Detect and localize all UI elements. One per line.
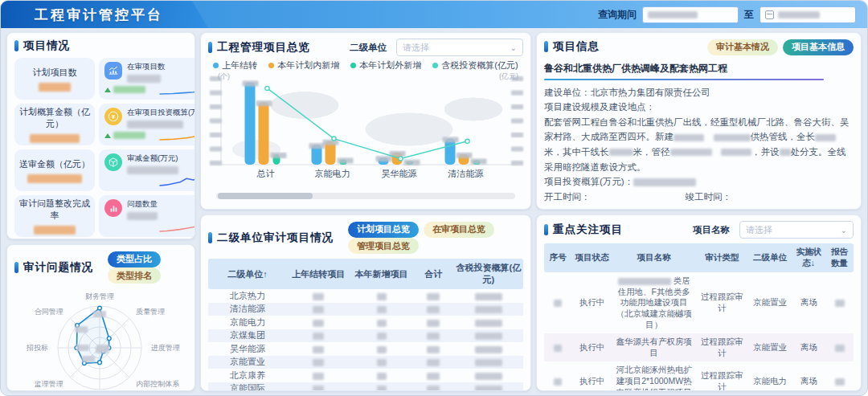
tab[interactable]: 管理项目总览 [348,238,419,254]
app-title: 工程审计管控平台 [35,6,163,24]
panel-marker [14,40,18,51]
table-row[interactable]: 执行中 类居住用地、F其他类多功能用地建设项目（北京城建京能樾项目） 过程跟踪审… [544,272,854,333]
column-header[interactable]: 本年新增项目 [350,265,412,284]
unit-filter-select[interactable]: 请选择⌄ [396,39,523,56]
y-left-unit-label: (个) [218,71,230,82]
project-status-cell: 执行中 [572,339,612,357]
svg-text:总计: 总计 [256,169,275,178]
project-status-cell: 执行中 [572,294,612,312]
column-header[interactable]: 审计类型 [696,249,748,267]
table-row[interactable]: 北京康养 [208,369,523,382]
project-name-filter-select[interactable]: 请选择⌄ [739,221,854,239]
column-header[interactable]: 项目状态 [572,249,612,267]
table-row[interactable]: 执行中 河北京能涿州热电扩建项目2*1000MW热电联产机组工程项目 过程跟踪审… [544,361,854,391]
panel-marker [14,262,18,273]
overview-bar-chart: 总计京能电力昊华能源清洁能源 [208,73,525,187]
column-header[interactable]: 含税投资概算(亿元) [454,259,523,289]
impl-status-cell: 离场 [792,294,825,312]
overview-chart-area: (个) (亿元) 总计京能电力昊华能源清洁能源 [208,73,523,190]
stat-card-in-audit-projects: 在审项目数 [99,58,195,100]
scale-label: 项目建设规模及建设地点： [544,100,854,115]
column-header[interactable]: 实施状态↓ [792,243,825,272]
unit-cell: 京能电力 [748,373,792,390]
table-row[interactable]: 昊华能源 [208,342,523,356]
cube-icon [104,153,122,171]
stat-card-planned-budget: 计划概算金额（亿元） [14,104,95,145]
query-period-bar: 查询期间 至 [598,6,867,23]
legend-dot-icon [213,63,219,68]
budget-line: 项目投资概算(万元)： [544,174,854,190]
yen-icon: ¥ [104,108,122,125]
project-status-panel: 项目情况 计划项目数 在审项目数 [6,32,195,239]
project-info-panel: 项目信息 审计基本情况项目基本信息 鲁谷和北重供热厂供热调峰及配套热网工程 建设… [536,32,862,210]
table-row[interactable]: 京能国际 [208,382,523,392]
unit-cell: 京能置业 [748,339,792,357]
app-title-tab: 工程审计管控平台 [1,1,208,28]
legend-item[interactable]: 本年计划内新增 [268,59,339,71]
stat-cards: 计划项目数 在审项目数 [14,58,187,237]
query-start-date-input[interactable] [642,6,739,23]
project-status-cell: 执行中 [572,373,612,390]
svg-text:监理管理: 监理管理 [35,380,63,388]
project-name-cell: 鑫华源共有产权房项目 [612,333,696,361]
audit-type-cell: 过程跟踪审计 [696,288,748,316]
tab[interactable]: 类型排名 [108,267,161,284]
column-header[interactable]: 二级单位 [748,249,792,267]
legend-item[interactable]: 本年计划外新增 [350,59,421,71]
svg-text:招投标: 招投标 [26,344,48,352]
unit-name-cell: 京能国际 [208,381,287,391]
panel-marker [208,42,212,53]
tab[interactable]: 类型占比 [108,251,161,267]
column-header[interactable]: 合计 [413,265,454,284]
focus-projects-panel: 重点关注项目 项目名称 请选择⌄ 序号项目状态项目名称审计类型二级单位实施状态↓… [536,214,862,391]
stat-card-submitted-amount: 送审金额（亿元） [14,149,95,191]
audit-issues-title: 审计问题情况 [23,260,93,275]
legend-dot-icon [432,63,438,68]
tab[interactable]: 计划项目总览 [348,222,419,238]
dashboard-page: 工程审计管控平台 查询期间 至 项目情况 计划项目数 [0,0,868,396]
top-header: 工程审计管控平台 查询期间 至 [1,1,867,28]
table-row[interactable]: 京煤集团 [208,329,523,343]
stat-card-in-audit-investment: ¥ 在审项目投资概算(万元) [99,104,195,145]
sparkline-chart [158,129,195,141]
table-row[interactable]: 京能电力 [208,316,523,329]
legend-item[interactable]: 含税投资概算(亿元) [432,59,518,71]
chart-scrollbar[interactable] [216,193,515,199]
trend-badge [104,86,145,93]
column-header[interactable]: 二级单位↑ [208,265,287,284]
svg-text:清洁能源: 清洁能源 [448,169,484,178]
stat-label: 在审项目数 [127,62,166,72]
table-row[interactable]: 执行中 鑫华源共有产权房项目 过程跟踪审计 京能置业 离场 [544,333,854,361]
y-right-unit-label: (亿元) [499,71,518,82]
legend-item[interactable]: 上年结转 [213,59,257,71]
svg-text:财务管理: 财务管理 [85,292,114,300]
panel-marker [544,224,548,235]
stat-label: 计划项目数 [33,67,77,79]
column-header[interactable]: 项目名称 [612,249,696,267]
audit-type-cell: 过程跟踪审计 [696,333,748,361]
sparkline-chart [158,221,195,233]
builder-line: 建设单位：北京市热力集团有限责任公司 [544,85,854,100]
query-end-date-input[interactable] [760,6,856,23]
impl-status-cell: 离场 [792,373,825,390]
gradient-underline [544,79,824,80]
table-row[interactable]: 北京热力 [208,289,523,303]
overview-title: 工程管理项目总览 [217,40,310,55]
tab[interactable]: 审计基本情况 [707,39,778,55]
panel-marker [208,232,212,243]
table-row[interactable]: 清洁能源 [208,303,523,316]
chart-scrollbar-thumb[interactable] [218,193,313,199]
tab[interactable]: 项目基本信息 [783,39,854,55]
column-header[interactable]: 报告数量 [825,243,854,272]
focus-table-header: 序号项目状态项目名称审计类型二级单位实施状态↓报告数量 [544,243,854,272]
column-header[interactable]: 序号 [544,249,572,267]
stat-label: 送审金额（亿元） [19,158,90,170]
trend-badge [104,132,145,139]
unit-table-header: 二级单位↑上年结转项目本年新增项目合计含税投资概算(亿元) [208,259,523,289]
legend-dot-icon [350,63,356,68]
stat-label: 审计问题整改完成率 [18,198,92,222]
table-row[interactable]: 京能置业 [208,356,523,369]
column-header[interactable]: 上年结转项目 [287,265,350,284]
focus-table-body: 执行中 类居住用地、F其他类多功能用地建设项目（北京城建京能樾项目） 过程跟踪审… [544,272,854,391]
tab[interactable]: 在审项目总览 [424,222,494,238]
